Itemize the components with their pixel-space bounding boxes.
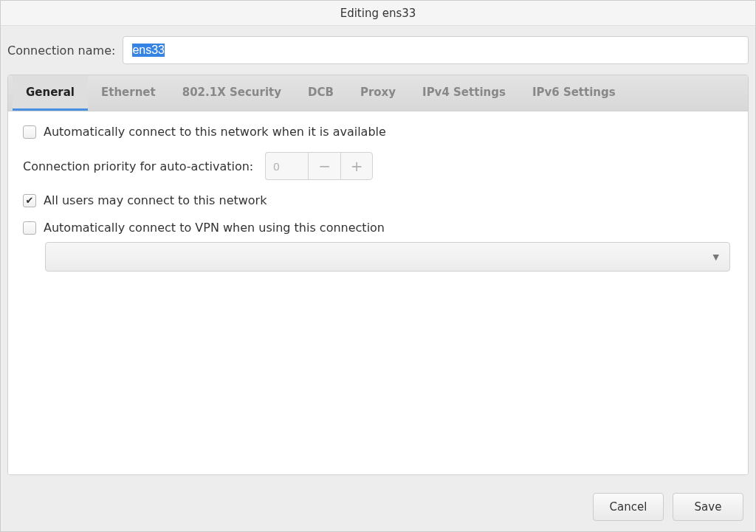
connection-name-row: Connection name: [1,26,755,75]
priority-decrement-button[interactable]: − [308,152,340,180]
tab-dcb[interactable]: DCB [295,75,347,111]
auto-vpn-row: Automatically connect to VPN when using … [23,221,733,235]
tab-content-general: Automatically connect to this network wh… [8,111,748,474]
connection-name-input[interactable] [123,36,749,64]
tab-ipv4-settings[interactable]: IPv4 Settings [409,75,519,111]
window-title: Editing ens33 [340,7,416,20]
all-users-row: All users may connect to this network [23,193,733,207]
auto-connect-label: Automatically connect to this network wh… [44,125,386,139]
window: Editing ens33 Connection name: General E… [0,0,756,532]
button-bar: Cancel Save [1,483,755,531]
chevron-down-icon: ▼ [713,252,719,262]
auto-vpn-checkbox[interactable] [23,221,36,235]
tab-proxy[interactable]: Proxy [347,75,409,111]
tab-8021x-security[interactable]: 802.1X Security [169,75,295,111]
save-button[interactable]: Save [673,493,743,521]
auto-vpn-label: Automatically connect to VPN when using … [44,221,385,235]
auto-connect-row: Automatically connect to this network wh… [23,125,733,139]
all-users-label: All users may connect to this network [44,193,267,207]
titlebar: Editing ens33 [1,1,755,26]
priority-increment-button[interactable]: + [340,152,373,180]
cancel-button[interactable]: Cancel [593,493,664,521]
tab-ethernet[interactable]: Ethernet [88,75,169,111]
tab-ipv6-settings[interactable]: IPv6 Settings [519,75,629,111]
priority-label: Connection priority for auto-activation: [23,159,253,173]
tabs-container: General Ethernet 802.1X Security DCB Pro… [7,75,749,475]
connection-name-label: Connection name: [7,44,115,58]
tab-general[interactable]: General [13,75,88,111]
auto-connect-checkbox[interactable] [23,125,36,139]
tabs: General Ethernet 802.1X Security DCB Pro… [8,75,748,111]
priority-spinner: − + [265,152,373,180]
priority-row: Connection priority for auto-activation:… [23,152,733,180]
vpn-select[interactable]: ▼ [45,242,730,272]
priority-value-input[interactable] [265,152,308,180]
all-users-checkbox[interactable] [23,194,36,207]
